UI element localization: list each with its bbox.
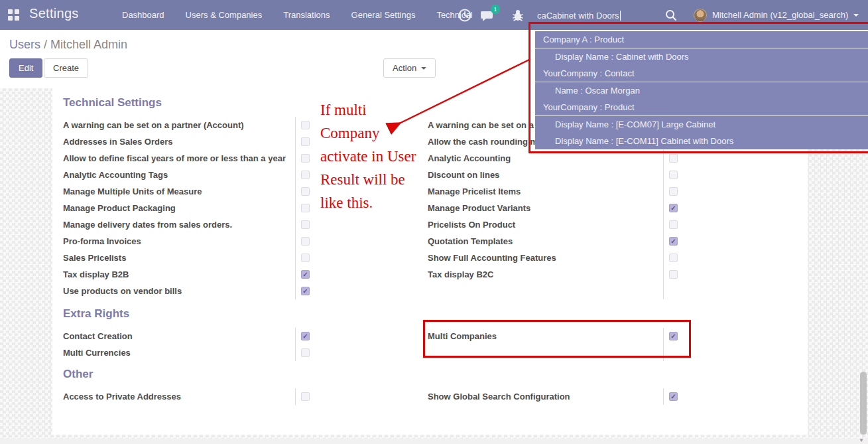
checkbox-manage-pricelist-items[interactable] xyxy=(669,187,678,196)
setting-row: Analytic Accounting xyxy=(428,150,678,167)
horizontal-scrollbar-track[interactable] xyxy=(0,439,868,444)
setting-row: Multi Currencies xyxy=(63,344,310,361)
checkbox-cell xyxy=(295,266,310,283)
search-icon[interactable] xyxy=(665,9,677,21)
action-dropdown-button[interactable]: Action xyxy=(383,58,436,78)
annotation-line: activate in User xyxy=(320,145,416,168)
user-name: Mitchell Admin (v12_global_search) xyxy=(712,10,848,20)
breadcrumb: Users / Mitchell Admin xyxy=(9,38,127,52)
extra-rights-left-column: Contact CreationMulti Currencies xyxy=(63,328,310,361)
setting-label: Multi Companies xyxy=(428,331,663,341)
section-title-extra-rights: Extra Rights xyxy=(63,307,129,321)
activities-clock-icon[interactable] xyxy=(458,8,472,23)
checkbox-analytic-accounting-tags[interactable] xyxy=(301,171,310,179)
checkbox-cell xyxy=(663,183,678,200)
user-menu[interactable]: Mitchell Admin (v12_global_search) xyxy=(694,0,859,30)
vertical-scrollbar-thumb[interactable] xyxy=(860,372,867,435)
checkbox-tax-display-b2b[interactable] xyxy=(301,270,310,279)
annotation-note: If multiCompanyactivate in UserResult wi… xyxy=(320,98,416,214)
debug-bug-icon[interactable] xyxy=(511,8,525,23)
setting-label: Manage Pricelist Items xyxy=(428,186,663,196)
setting-row: Show Global Search Configuration xyxy=(428,388,678,405)
setting-label: Analytic Accounting Tags xyxy=(63,170,295,180)
setting-row: Manage Product Packaging xyxy=(63,200,310,216)
checkbox-cell xyxy=(663,344,678,361)
search-result-group-header: Company A : Product xyxy=(535,31,868,48)
checkbox-show-full-accounting-features[interactable] xyxy=(669,254,678,262)
section-title-other: Other xyxy=(63,368,93,381)
search-results-dropdown: Company A : ProductDisplay Name : Cabine… xyxy=(535,31,868,149)
checkbox-a-warning-can-be-set-on-a-partner-account-[interactable] xyxy=(301,121,310,129)
checkbox-manage-product-packaging[interactable] xyxy=(301,204,310,212)
apps-menu-icon[interactable] xyxy=(8,9,19,21)
search-result-item[interactable]: Display Name : [E-COM11] Cabinet with Do… xyxy=(535,133,868,149)
global-search-input[interactable]: caCabinet with Doors xyxy=(537,7,663,23)
checkbox-manage-multiple-units-of-measure[interactable] xyxy=(301,187,310,196)
messages-icon[interactable]: 1 xyxy=(480,8,495,23)
setting-row: Tax display B2C xyxy=(428,266,678,283)
setting-label: Manage delivery dates from sales orders. xyxy=(63,220,295,230)
checkbox-cell xyxy=(295,283,310,299)
checkbox-pricelists-on-product[interactable] xyxy=(669,220,678,229)
checkbox-addresses-in-sales-orders[interactable] xyxy=(301,137,310,146)
extra-rights-right-column: Multi Companies xyxy=(428,328,678,361)
checkbox-cell xyxy=(295,328,310,344)
checkbox-manage-product-variants[interactable] xyxy=(669,204,678,212)
checkbox-manage-delivery-dates-from-sales-orders-[interactable] xyxy=(301,220,310,229)
checkbox-cell xyxy=(295,388,310,405)
checkbox-cell xyxy=(663,283,678,299)
checkbox-show-global-search-configuration[interactable] xyxy=(669,392,678,401)
nav-menu-item-translations[interactable]: Translations xyxy=(283,10,330,20)
checkbox-cell xyxy=(663,216,678,233)
setting-row: Pro-forma Invoices xyxy=(63,233,310,250)
create-button[interactable]: Create xyxy=(44,58,88,78)
scrollbar-down-arrow[interactable]: ▼ xyxy=(857,437,866,444)
setting-label: Pro-forma Invoices xyxy=(63,236,295,246)
nav-menu-item-dashboard[interactable]: Dashboard xyxy=(122,10,164,20)
setting-row: Multi Companies xyxy=(428,328,678,344)
setting-label: Manage Multiple Units of Measure xyxy=(63,186,295,196)
setting-row: Access to Private Addresses xyxy=(63,388,310,405)
search-result-item[interactable]: Display Name : Cabinet with Doors xyxy=(535,48,868,65)
checkbox-tax-display-b2c[interactable] xyxy=(669,270,678,279)
checkbox-quotation-templates[interactable] xyxy=(669,237,678,246)
checkbox-contact-creation[interactable] xyxy=(301,332,310,340)
checkbox-cell xyxy=(295,183,310,200)
checkbox-analytic-accounting[interactable] xyxy=(669,154,678,163)
annotation-line: like this. xyxy=(320,191,416,214)
checkbox-cell xyxy=(663,388,678,405)
other-left-column: Access to Private Addresses xyxy=(63,388,310,405)
checkbox-cell xyxy=(663,200,678,216)
setting-label: Use products on vendor bills xyxy=(63,286,295,296)
action-label: Action xyxy=(393,59,416,77)
setting-label: Manage Product Variants xyxy=(428,203,663,213)
checkbox-cell xyxy=(295,150,310,167)
nav-menu-item-general-settings[interactable]: General Settings xyxy=(351,10,416,20)
checkbox-pro-forma-invoices[interactable] xyxy=(301,237,310,246)
checkbox-discount-on-lines[interactable] xyxy=(669,171,678,179)
checkbox-multi-currencies[interactable] xyxy=(301,348,310,357)
checkbox-use-products-on-vendor-bills[interactable] xyxy=(301,287,310,295)
technical-settings-left-column: A warning can be set on a partner (Accou… xyxy=(63,117,310,299)
edit-button[interactable]: Edit xyxy=(9,58,42,78)
setting-label: Sales Pricelists xyxy=(63,253,295,263)
breadcrumb-users-link[interactable]: Users xyxy=(9,38,40,51)
user-avatar xyxy=(694,9,707,22)
setting-label: Manage Product Packaging xyxy=(63,203,295,213)
setting-row: Tax display B2B xyxy=(63,266,310,283)
search-result-group-header: YourCompany : Product xyxy=(535,99,868,116)
checkbox-access-to-private-addresses[interactable] xyxy=(301,392,310,401)
action-caret-down-icon xyxy=(421,67,426,70)
search-result-item[interactable]: Name : Oscar Morgan xyxy=(535,82,868,99)
setting-row: Sales Pricelists xyxy=(63,250,310,266)
checkbox-allow-to-define-fiscal-years-of-more-or-less-than-a-year[interactable] xyxy=(301,154,310,163)
setting-label: Discount on lines xyxy=(428,170,663,180)
search-result-item[interactable]: Display Name : [E-COM07] Large Cabinet xyxy=(535,116,868,133)
checkbox-multi-companies[interactable] xyxy=(669,332,678,340)
setting-row: Allow to define fiscal years of more or … xyxy=(63,150,310,167)
setting-row: Discount on lines xyxy=(428,167,678,183)
nav-menu-item-users-companies[interactable]: Users & Companies xyxy=(186,10,263,20)
annotation-line: If multi xyxy=(320,98,416,121)
checkbox-sales-pricelists[interactable] xyxy=(301,254,310,262)
setting-label: Pricelists On Product xyxy=(428,220,663,230)
